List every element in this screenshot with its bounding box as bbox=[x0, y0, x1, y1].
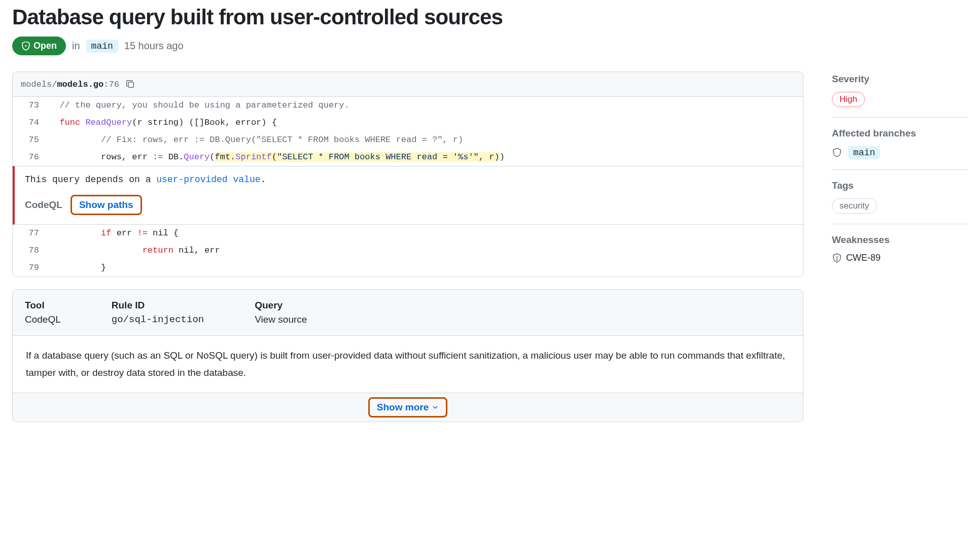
code-text: nil { bbox=[148, 228, 179, 238]
code-text: . bbox=[230, 152, 235, 162]
line-number: 76 bbox=[13, 149, 49, 166]
code-line: 78 return nil, err bbox=[13, 242, 803, 259]
code-keyword: return bbox=[143, 246, 173, 255]
code-text: } bbox=[101, 263, 106, 272]
alert-text: . bbox=[260, 175, 266, 185]
affected-branches-section: Affected branches main bbox=[832, 128, 968, 170]
sidebar: Severity High Affected branches main Tag… bbox=[832, 72, 968, 284]
code-text: fmt bbox=[215, 152, 231, 162]
branch-chip[interactable]: main bbox=[86, 40, 118, 53]
code-text: (r string) ([]Book, error) { bbox=[132, 118, 277, 127]
code-line: 74 func ReadQuery(r string) ([]Book, err… bbox=[13, 114, 803, 131]
rule-panel: Tool CodeQL Rule ID go/sql-injection Que… bbox=[12, 289, 803, 422]
code-keyword: func bbox=[59, 118, 80, 127]
code-op: != bbox=[137, 228, 147, 238]
code-block: 77 if err != nil { 78 return nil, err 79… bbox=[13, 225, 803, 276]
time-ago: 15 hours ago bbox=[124, 40, 184, 52]
ruleid-value: go/sql-injection bbox=[112, 314, 204, 325]
line-number: 77 bbox=[13, 225, 49, 242]
svg-rect-1 bbox=[128, 82, 133, 87]
query-label: Query bbox=[255, 300, 307, 311]
file-path-dir: models/ bbox=[21, 80, 57, 89]
code-block: 73 // the query, you should be using a p… bbox=[13, 97, 803, 166]
alert-block: This query depends on a user-provided va… bbox=[13, 166, 803, 225]
show-more-label: Show more bbox=[377, 402, 429, 413]
tag-chip[interactable]: security bbox=[832, 198, 877, 214]
tool-label: Tool bbox=[25, 300, 61, 311]
affected-branches-heading: Affected branches bbox=[832, 128, 968, 139]
code-comment: // the query, you should be using a para… bbox=[59, 100, 349, 110]
code-text: ) bbox=[500, 152, 505, 162]
weaknesses-section: Weaknesses CWE-89 bbox=[832, 234, 968, 273]
line-number: 74 bbox=[13, 114, 49, 131]
file-path-header: models/models.go:76 bbox=[13, 72, 803, 97]
line-number: 73 bbox=[13, 97, 49, 114]
chevron-down-icon bbox=[432, 404, 439, 411]
tags-heading: Tags bbox=[832, 180, 968, 191]
code-func: Query bbox=[184, 152, 209, 162]
rule-meta: Tool CodeQL Rule ID go/sql-injection Que… bbox=[13, 290, 803, 336]
code-line: 77 if err != nil { bbox=[13, 225, 803, 242]
svg-point-0 bbox=[25, 45, 27, 46]
weaknesses-heading: Weaknesses bbox=[832, 234, 968, 246]
line-number: 79 bbox=[13, 259, 49, 276]
alert-meta-row: Open in main 15 hours ago bbox=[12, 37, 968, 55]
file-path-line: :76 bbox=[103, 80, 119, 89]
in-label: in bbox=[72, 40, 80, 52]
file-path-file[interactable]: models.go bbox=[57, 80, 103, 89]
code-line: 75 // Fix: rows, err := DB.Query("SELECT… bbox=[13, 131, 803, 149]
tool-value: CodeQL bbox=[25, 314, 61, 325]
tags-section: Tags security bbox=[832, 180, 968, 224]
code-text: , r) bbox=[479, 152, 500, 162]
query-view-source-link[interactable]: View source bbox=[255, 314, 307, 325]
alert-link[interactable]: user-provided value bbox=[156, 175, 260, 185]
severity-heading: Severity bbox=[832, 74, 968, 85]
weakness-link[interactable]: CWE-89 bbox=[846, 253, 881, 263]
code-func: ReadQuery bbox=[80, 118, 132, 127]
codeql-label: CodeQL bbox=[25, 199, 62, 211]
line-number: 75 bbox=[13, 131, 49, 149]
copy-icon bbox=[126, 80, 135, 89]
code-line: 79 } bbox=[13, 259, 803, 276]
line-number: 78 bbox=[13, 242, 49, 259]
severity-section: Severity High bbox=[832, 74, 968, 118]
show-more-wrap: Show more bbox=[13, 393, 803, 422]
code-string: "SELECT * FROM books WHERE read = '%s'" bbox=[277, 152, 479, 162]
ruleid-label: Rule ID bbox=[112, 300, 204, 311]
state-badge-open: Open bbox=[12, 37, 66, 55]
code-comment: // Fix: rows, err := DB.Query("SELECT * … bbox=[101, 135, 463, 145]
shield-icon bbox=[21, 42, 30, 51]
affected-branch-chip[interactable]: main bbox=[848, 146, 880, 159]
state-label: Open bbox=[33, 41, 57, 51]
code-op: := bbox=[153, 152, 163, 162]
svg-point-3 bbox=[836, 259, 837, 260]
code-text: ( bbox=[209, 152, 215, 162]
code-func: Sprintf bbox=[235, 152, 271, 162]
code-text: nil, err bbox=[173, 246, 220, 255]
alert-text: This query depends on a bbox=[25, 175, 156, 185]
code-line: 76 rows, err := DB.Query(fmt.Sprintf("SE… bbox=[13, 149, 803, 166]
severity-badge: High bbox=[832, 92, 865, 107]
code-line: 73 // the query, you should be using a p… bbox=[13, 97, 803, 114]
code-text: DB. bbox=[163, 152, 184, 162]
shield-exclamation-icon bbox=[832, 253, 842, 263]
page-title: Database query built from user-controlle… bbox=[12, 5, 968, 29]
code-keyword: if bbox=[101, 228, 111, 238]
rule-description: If a database query (such as an SQL or N… bbox=[13, 336, 803, 393]
code-text: rows, err bbox=[101, 152, 153, 162]
show-more-button[interactable]: Show more bbox=[368, 397, 447, 418]
code-text: err bbox=[111, 228, 137, 238]
alert-message: This query depends on a user-provided va… bbox=[25, 175, 793, 185]
copy-path-button[interactable] bbox=[124, 78, 136, 90]
shield-icon bbox=[832, 148, 842, 158]
code-text: ( bbox=[272, 152, 277, 162]
code-panel: models/models.go:76 73 // the query, you… bbox=[12, 72, 803, 277]
show-paths-button[interactable]: Show paths bbox=[71, 195, 142, 215]
